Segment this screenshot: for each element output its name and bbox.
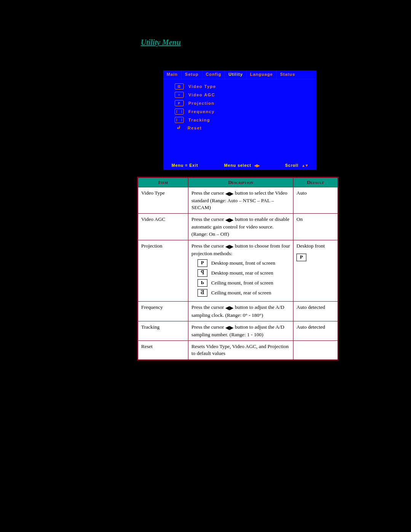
osd-screenshot: Main Setup Config Utility Language Statu…: [163, 70, 316, 170]
osd-item-video-type[interactable]: ⊡Video Type: [175, 82, 305, 91]
osd-item-projection[interactable]: PProjection: [175, 99, 305, 107]
left-right-icon: ◀▶: [225, 217, 234, 224]
proj-icon-ceiling-rear: Ƌ: [198, 289, 207, 297]
table-row: Frequency Press the cursor ◀▶ button to …: [138, 302, 338, 321]
up-down-icon: ▲ ▼: [301, 163, 308, 168]
proj-opt: PDesktop mount, front of screen: [198, 259, 290, 267]
frequency-icon: [175, 109, 184, 115]
osd-item-video-agc[interactable]: ≡Video AGC: [175, 91, 305, 99]
osd-tab-status[interactable]: Status: [277, 70, 299, 79]
th-default: Default: [293, 177, 338, 187]
page-title: Utility Menu: [141, 38, 339, 47]
osd-tab-utility[interactable]: Utility: [225, 70, 246, 79]
osd-tabs: Main Setup Config Utility Language Statu…: [163, 70, 316, 79]
osd-item-frequency[interactable]: Frequency: [175, 107, 305, 116]
proj-icon-default: P: [296, 254, 306, 261]
table-row: Tracking Press the cursor ◀▶ button to a…: [138, 321, 338, 340]
osd-tab-config[interactable]: Config: [202, 70, 225, 79]
reset-icon: ↵: [175, 125, 183, 131]
proj-icon-desktop-front: P: [198, 259, 207, 267]
proj-icon-desktop-rear: ꟼ: [198, 269, 207, 277]
th-item: Item: [138, 177, 188, 187]
table-row: Video AGC Press the cursor ◀▶ button to …: [138, 214, 338, 240]
osd-foot-scroll: Scroll ▲ ▼: [285, 163, 308, 168]
left-right-icon: ◀▶: [225, 305, 234, 312]
agc-icon: ≡: [175, 92, 184, 98]
osd-foot-exit: Menu = Exit: [172, 163, 198, 168]
left-right-icon: ◀ ▶: [254, 163, 259, 168]
proj-opt: ꟼDesktop mount, rear of screen: [198, 269, 290, 277]
tv-icon: ⊡: [175, 83, 184, 89]
osd-item-reset[interactable]: ↵Reset: [175, 124, 305, 132]
left-right-icon: ◀▶: [225, 324, 234, 331]
osd-tab-setup[interactable]: Setup: [182, 70, 202, 79]
up-down-icon: ▲▼: [189, 59, 198, 66]
proj-icon-ceiling-front: Ь: [198, 279, 207, 287]
proj-opt: ƋCeiling mount, rear of screen: [198, 289, 290, 297]
intro-text: Press the Menu button to open the Main m…: [141, 51, 339, 66]
projection-icon: P: [175, 100, 184, 106]
osd-tab-language[interactable]: Language: [247, 70, 276, 79]
th-desc: Description: [188, 177, 293, 187]
left-right-icon: ◀▶: [273, 52, 280, 59]
tracking-icon: [175, 117, 184, 123]
proj-opt: ЬCeiling mount, front of screen: [198, 279, 290, 287]
osd-foot-select: Menu select ◀ ▶: [224, 163, 259, 168]
left-right-icon: ◀▶: [225, 190, 234, 197]
table-row: Projection Press the cursor ◀▶ button to…: [138, 240, 338, 301]
table-row: Reset Resets Video Type, Video AGC, and …: [138, 341, 338, 360]
osd-tab-main[interactable]: Main: [163, 70, 181, 79]
osd-item-tracking[interactable]: Tracking: [175, 116, 305, 124]
osd-footer: Menu = Exit Menu select ◀ ▶ Scroll ▲ ▼: [163, 161, 316, 170]
table-row: Video Type Press the cursor ◀▶ button to…: [138, 187, 338, 214]
description-table: Item Description Default Video Type Pres…: [137, 177, 339, 361]
left-right-icon: ◀▶: [225, 243, 234, 250]
